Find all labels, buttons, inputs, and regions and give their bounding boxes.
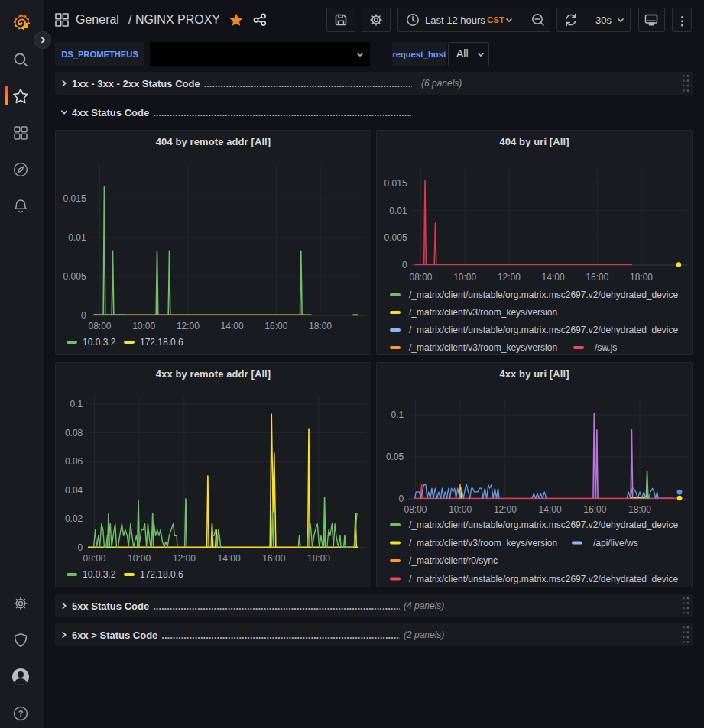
svg-text:14:00: 14:00	[218, 553, 241, 564]
svg-text:0.04: 0.04	[65, 485, 83, 496]
svg-text:10:00: 10:00	[132, 321, 155, 332]
svg-text:0.08: 0.08	[65, 428, 83, 438]
svg-text:0.1: 0.1	[70, 399, 83, 409]
svg-text:12:00: 12:00	[173, 553, 196, 564]
svg-text:10.0.3.2: 10.0.3.2	[83, 337, 116, 348]
svg-text:0: 0	[78, 542, 83, 553]
svg-text:0.06: 0.06	[65, 456, 83, 467]
svg-text:14:00: 14:00	[542, 272, 565, 283]
svg-text:0.1: 0.1	[391, 409, 404, 420]
svg-text:0.01: 0.01	[389, 205, 407, 216]
svg-text:16:00: 16:00	[262, 553, 285, 564]
svg-text:0.015: 0.015	[384, 178, 407, 189]
svg-text:18:00: 18:00	[628, 504, 651, 515]
svg-text:0.05: 0.05	[386, 451, 404, 462]
svg-text:10.0.3.2: 10.0.3.2	[83, 569, 116, 580]
svg-text:16:00: 16:00	[583, 504, 606, 515]
svg-text:172.18.0.6: 172.18.0.6	[140, 337, 183, 348]
svg-text:16:00: 16:00	[264, 321, 287, 332]
svg-text:10:00: 10:00	[449, 504, 472, 515]
svg-text:08:00: 08:00	[409, 272, 432, 283]
svg-text:0.02: 0.02	[65, 513, 83, 524]
svg-text:/_matrix/client/v3/room_keys/v: /_matrix/client/v3/room_keys/version	[409, 307, 557, 318]
svg-text:0: 0	[402, 260, 407, 270]
svg-text:0.01: 0.01	[68, 232, 86, 243]
svg-text:18:00: 18:00	[309, 321, 332, 332]
svg-text:?: ?	[18, 709, 24, 718]
svg-text:08:00: 08:00	[404, 504, 427, 515]
svg-text:10:00: 10:00	[128, 553, 151, 564]
svg-text:/_matrix/client/r0/sync: /_matrix/client/r0/sync	[409, 555, 498, 566]
svg-text:12:00: 12:00	[177, 321, 200, 332]
svg-text:12:00: 12:00	[494, 504, 517, 515]
svg-text:0: 0	[399, 493, 404, 504]
svg-text:12:00: 12:00	[498, 272, 521, 283]
svg-text:/api/live/ws: /api/live/ws	[593, 538, 638, 548]
svg-text:172.18.0.6: 172.18.0.6	[140, 569, 183, 580]
svg-text:/_matrix/client/v3/room_keys/v: /_matrix/client/v3/room_keys/version	[409, 342, 557, 353]
svg-text:/_matrix/client/v3/room_keys/v: /_matrix/client/v3/room_keys/version	[409, 538, 557, 548]
svg-text:/sw.js: /sw.js	[595, 342, 617, 353]
svg-text:/_matrix/client/unstable/org.m: /_matrix/client/unstable/org.matrix.msc2…	[409, 519, 679, 530]
svg-text:0.015: 0.015	[63, 193, 86, 204]
svg-text:08:00: 08:00	[88, 321, 111, 332]
svg-text:18:00: 18:00	[630, 272, 653, 283]
svg-text:14:00: 14:00	[539, 504, 562, 515]
svg-text:/_matrix/client/unstable/org.m: /_matrix/client/unstable/org.matrix.msc2…	[409, 325, 679, 335]
svg-text:0.005: 0.005	[63, 271, 86, 282]
svg-text:18:00: 18:00	[307, 553, 330, 564]
svg-text:10:00: 10:00	[453, 272, 476, 283]
svg-text:/_matrix/client/unstable/org.m: /_matrix/client/unstable/org.matrix.msc2…	[409, 290, 679, 300]
svg-text:/_matrix/client/unstable/org.m: /_matrix/client/unstable/org.matrix.msc2…	[409, 574, 679, 584]
svg-text:0: 0	[81, 310, 86, 321]
svg-text:0.005: 0.005	[384, 232, 407, 243]
svg-text:08:00: 08:00	[83, 553, 105, 564]
svg-text:14:00: 14:00	[221, 321, 244, 332]
svg-text:16:00: 16:00	[586, 272, 608, 283]
